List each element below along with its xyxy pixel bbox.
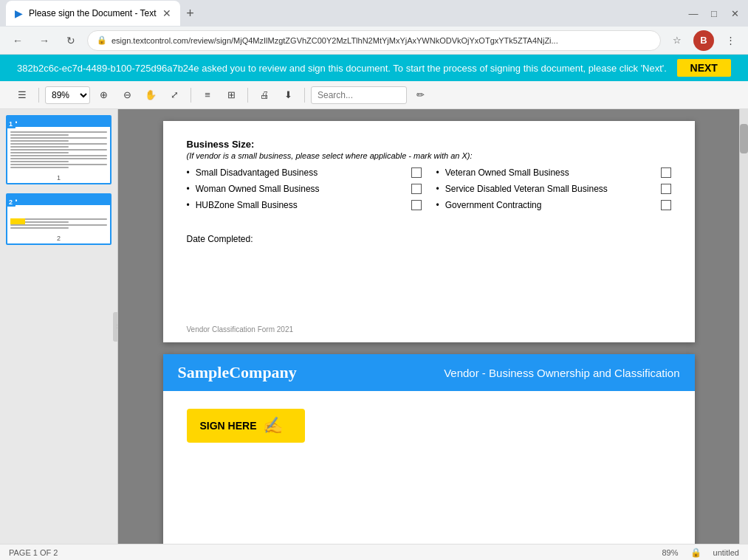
pdf-page-2: SampleCompany Vendor - Business Ownershi… xyxy=(163,354,695,544)
pdf-page-1: Business Size: (If vendor is a small bus… xyxy=(163,121,695,342)
scroll-grid-button[interactable]: ⊞ xyxy=(221,85,241,106)
bullet-2: • xyxy=(187,184,190,194)
sign-here-label: SIGN HERE xyxy=(200,420,257,432)
bullet-5: • xyxy=(436,184,439,194)
sign-here-button[interactable]: SIGN HERE ✍ xyxy=(187,409,305,443)
thumb-content-1 xyxy=(7,127,110,173)
info-banner: 382b2c6c-ec7d-4489-b100-725d96a7b24e ask… xyxy=(0,55,748,81)
viewer-toolbar: ☰ 89% 50% 75% 100% 125% 150% 200% ⊕ ⊖ ✋ … xyxy=(0,81,748,109)
scroll-vertical-button[interactable]: ≡ xyxy=(197,85,218,106)
banner-text: 382b2c6c-ec7d-4489-b100-725d96a7b24e ask… xyxy=(17,63,667,74)
bullet-3: • xyxy=(187,200,190,210)
close-button[interactable]: ✕ xyxy=(727,6,742,21)
page-thumbnail-sidebar: 1 ■■■ xyxy=(0,109,118,544)
thumb-header-2: ■■■ xyxy=(7,195,110,205)
profile-button[interactable]: B xyxy=(693,30,714,51)
item-hubzone: HUBZone Small Business xyxy=(196,200,405,210)
print-button[interactable]: 🖨 xyxy=(254,85,275,106)
maximize-button[interactable]: □ xyxy=(707,6,721,21)
pdf-viewer: Business Size: (If vendor is a small bus… xyxy=(118,109,739,544)
tab-close-button[interactable]: ✕ xyxy=(162,7,171,19)
status-bar: PAGE 1 OF 2 89% 🔒 untitled xyxy=(0,544,748,560)
sidebar-toggle-button[interactable]: ☰ xyxy=(12,85,32,106)
thumb-page-num-2: 2 xyxy=(7,233,110,243)
checkbox-small-disadvantaged[interactable] xyxy=(411,167,422,178)
company-name: SampleCompany xyxy=(178,363,297,382)
lock-icon: 🔒 xyxy=(97,35,107,45)
thumb-content-2 xyxy=(7,205,110,233)
menu-button[interactable]: ⋮ xyxy=(720,30,741,51)
zoom-select[interactable]: 89% 50% 75% 100% 125% 150% 200% xyxy=(45,86,90,104)
thumb-page-num-1: 1 xyxy=(7,173,110,183)
page2-document-title: Vendor - Business Ownership and Classifi… xyxy=(444,367,679,379)
checkbox-woman-owned[interactable] xyxy=(411,184,422,194)
thumb-label-1: 1 xyxy=(6,120,16,128)
checkbox-veteran-owned[interactable] xyxy=(661,167,671,178)
active-tab[interactable]: ▶ Please sign the Document - Text ✕ xyxy=(6,1,180,26)
page-thumbnail-1[interactable]: 1 ■■■ xyxy=(6,115,111,184)
bullet-1: • xyxy=(187,167,190,178)
page2-header: SampleCompany Vendor - Business Ownershi… xyxy=(163,354,695,391)
pen-tool-button[interactable]: ✏ xyxy=(410,85,430,106)
bookmark-button[interactable]: ☆ xyxy=(667,30,687,51)
filename-status: untitled xyxy=(713,548,739,557)
sidebar-collapse-button[interactable]: › xyxy=(113,312,118,342)
sign-icon: ✍ xyxy=(263,416,283,435)
back-button[interactable]: ← xyxy=(7,30,28,51)
item-small-disadvantaged: Small Disadvantaged Business xyxy=(196,167,405,178)
vertical-scrollbar[interactable] xyxy=(739,109,748,544)
zoom-out-button[interactable]: ⊖ xyxy=(117,85,137,106)
checkbox-govt-contracting[interactable] xyxy=(661,200,671,210)
hand-tool-button[interactable]: ✋ xyxy=(140,85,161,106)
item-service-disabled: Service Disabled Veteran Small Business xyxy=(445,184,655,194)
zoom-status: 89% xyxy=(662,548,678,557)
reload-button[interactable]: ↻ xyxy=(61,30,81,51)
sign-here-thumb xyxy=(10,218,25,224)
tab-favicon: ▶ xyxy=(15,7,23,19)
page1-footer: Vendor Classification Form 2021 xyxy=(187,325,294,333)
forward-button[interactable]: → xyxy=(34,30,55,51)
search-input[interactable] xyxy=(311,86,407,104)
next-button[interactable]: NEXT xyxy=(677,59,731,77)
checkbox-hubzone[interactable] xyxy=(411,200,422,210)
page-status: PAGE 1 OF 2 xyxy=(9,548,58,557)
page-thumbnail-2[interactable]: 2 ■■■ 2 xyxy=(6,193,111,245)
lock-status-icon: 🔒 xyxy=(690,547,701,558)
date-completed-label: Date Completed: xyxy=(187,234,671,244)
item-veteran-owned: Veteran Owned Small Business xyxy=(445,167,655,178)
item-govt-contracting: Government Contracting xyxy=(445,200,655,210)
download-button[interactable]: ⬇ xyxy=(278,85,298,106)
bullet-6: • xyxy=(436,200,439,210)
business-size-title: Business Size: xyxy=(187,139,671,150)
business-size-subtitle: (If vendor is a small business, please s… xyxy=(187,151,671,160)
url-bar[interactable]: 🔒 esign.textcontrol.com/review/sign/MjQ4… xyxy=(87,30,661,51)
url-text: esign.textcontrol.com/review/sign/MjQ4Mz… xyxy=(111,36,558,45)
new-tab-button[interactable]: + xyxy=(180,3,201,24)
zoom-in-button[interactable]: ⊕ xyxy=(93,85,114,106)
tab-title: Please sign the Document - Text xyxy=(29,8,157,18)
thumb-header-1: ■■■ xyxy=(7,117,110,127)
fit-page-button[interactable]: ⤢ xyxy=(164,85,185,106)
item-woman-owned: Woman Owned Small Business xyxy=(196,184,405,194)
minimize-button[interactable]: — xyxy=(686,6,701,21)
bullet-4: • xyxy=(436,167,439,178)
checkbox-service-disabled[interactable] xyxy=(661,184,671,194)
